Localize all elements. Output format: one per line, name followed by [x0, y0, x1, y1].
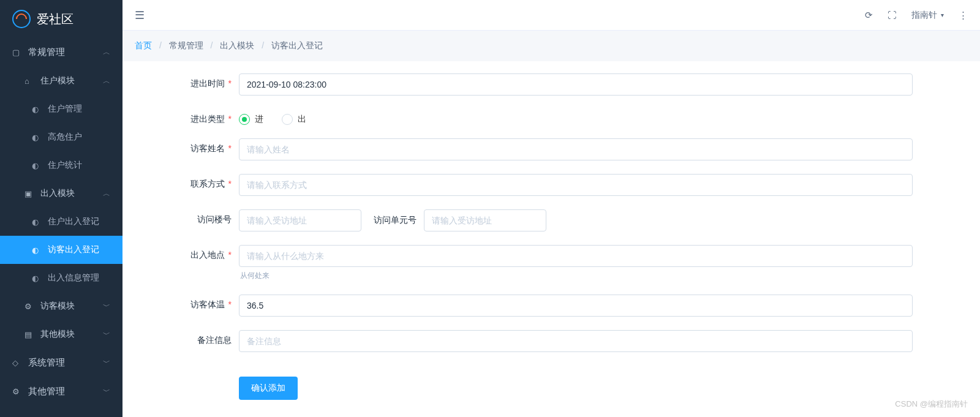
name-label: 访客姓名 * [147, 138, 239, 154]
radio-circle-icon [239, 114, 250, 125]
breadcrumb: 首页 / 常规管理 / 出入模块 / 访客出入登记 [123, 31, 980, 61]
user-menu[interactable]: 指南针 ▾ [911, 10, 944, 21]
radio-circle-icon [282, 114, 293, 125]
sidebar-item-visitor-module[interactable]: ⚙ 访客模块 ﹀ [0, 292, 123, 320]
form-container: 进出时间 * 进出类型 * 进 出 [123, 61, 980, 417]
chat-icon: ◇ [12, 358, 22, 367]
type-label: 进出类型 * [147, 109, 239, 125]
chevron-down-icon: ﹀ [103, 301, 110, 312]
unit-input[interactable] [424, 209, 546, 231]
chevron-up-icon: ︿ [103, 189, 110, 199]
temp-input[interactable] [239, 295, 913, 317]
sidebar-group-general[interactable]: ▢ 常规管理 ︿ [0, 38, 123, 67]
sidebar-item-visitor-access[interactable]: ◐ 访客出入登记 [0, 236, 123, 264]
caret-down-icon: ▾ [941, 12, 944, 18]
fullscreen-icon[interactable]: ⛶ [888, 10, 897, 20]
sidebar-item-access-module[interactable]: ▣ 出入模块 ︿ [0, 179, 123, 208]
logo-icon [12, 10, 31, 28]
app-logo: 爱社区 [0, 0, 123, 38]
sidebar-group-system[interactable]: ◇ 系统管理 ﹀ [0, 348, 123, 377]
location-label: 出入地点 * [147, 245, 239, 261]
sidebar-item-resident-access[interactable]: ◐ 住户出入登记 [0, 208, 123, 236]
dashboard-icon: ◐ [32, 246, 42, 255]
sidebar: 爱社区 ▢ 常规管理 ︿ ⌂ 住户模块 ︿ ◐ 住户管理 ◐ 高危住户 ◐ 住户… [0, 0, 123, 417]
chevron-down-icon: ﹀ [103, 329, 110, 340]
sidebar-item-other-module[interactable]: ▤ 其他模块 ﹀ [0, 320, 123, 348]
breadcrumb-item: 出入模块 [220, 40, 254, 50]
dashboard-icon: ◐ [32, 105, 42, 114]
building-input[interactable] [239, 209, 361, 231]
dashboard-icon: ◐ [32, 217, 42, 227]
breadcrumb-current: 访客出入登记 [271, 40, 323, 50]
radio-out[interactable]: 出 [282, 114, 306, 125]
location-input[interactable] [239, 245, 913, 267]
breadcrumb-home[interactable]: 首页 [135, 40, 152, 50]
sidebar-item-highrisk[interactable]: ◐ 高危住户 [0, 123, 123, 151]
refresh-icon[interactable]: ⟳ [865, 10, 873, 21]
sidebar-item-resident-stats[interactable]: ◐ 住户统计 [0, 151, 123, 179]
sidebar-toggle-icon[interactable]: ☰ [135, 9, 145, 22]
location-help: 从何处来 [240, 271, 913, 281]
chevron-down-icon: ﹀ [103, 386, 110, 397]
name-input[interactable] [239, 138, 913, 160]
window-icon: ▣ [24, 189, 34, 198]
submit-button[interactable]: 确认添加 [239, 377, 298, 400]
square-icon: ▢ [12, 48, 22, 57]
contact-input[interactable] [239, 174, 913, 196]
time-input[interactable] [239, 73, 913, 96]
dashboard-icon: ◐ [32, 161, 42, 170]
sidebar-group-other[interactable]: ⚙ 其他管理 ﹀ [0, 377, 123, 406]
topbar: ☰ ⟳ ⛶ 指南针 ▾ ⋮ [123, 0, 980, 31]
watermark: CSDN @编程指南针 [895, 399, 968, 410]
home-icon: ⌂ [24, 77, 34, 86]
chevron-down-icon: ﹀ [103, 358, 110, 368]
main-content: ☰ ⟳ ⛶ 指南针 ▾ ⋮ 首页 / 常规管理 / 出入模块 / 访客出入登记 [123, 0, 980, 417]
sidebar-item-resident-module[interactable]: ⌂ 住户模块 ︿ [0, 67, 123, 95]
dashboard-icon: ◐ [32, 133, 42, 142]
time-label: 进出时间 * [147, 73, 239, 89]
temp-label: 访客体温 * [147, 295, 239, 310]
more-icon[interactable]: ⋮ [959, 10, 968, 21]
building-label: 访问楼号 [147, 209, 239, 225]
sidebar-item-access-info[interactable]: ◐ 出入信息管理 [0, 264, 123, 292]
sidebar-item-resident-manage[interactable]: ◐ 住户管理 [0, 95, 123, 123]
chevron-up-icon: ︿ [103, 76, 110, 86]
radio-in[interactable]: 进 [239, 114, 263, 125]
gear-icon: ⚙ [12, 387, 22, 396]
gears-icon: ⚙ [24, 302, 34, 311]
app-title: 爱社区 [37, 11, 74, 28]
unit-label: 访问单元号 [374, 215, 417, 226]
dashboard-icon: ◐ [32, 274, 42, 283]
remark-label: 备注信息 [147, 330, 239, 346]
file-icon: ▤ [24, 330, 34, 339]
remark-input[interactable] [239, 330, 913, 352]
breadcrumb-item: 常规管理 [169, 40, 203, 50]
contact-label: 联系方式 * [147, 174, 239, 190]
chevron-up-icon: ︿ [103, 47, 110, 58]
